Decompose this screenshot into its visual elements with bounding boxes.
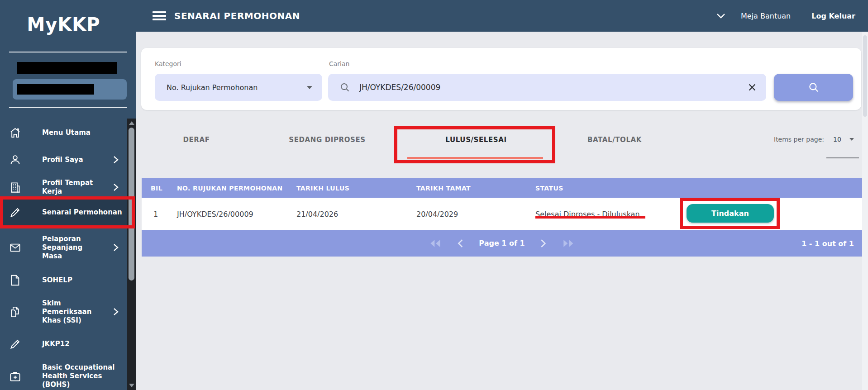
category-label: Kategori	[155, 60, 181, 67]
items-per-page-select[interactable]: Items per page: 10	[774, 136, 854, 143]
caret-down-icon	[307, 86, 312, 89]
sidebar-item-menu-utama[interactable]: Menu Utama	[0, 121, 127, 144]
cell-bil: 1	[153, 210, 158, 219]
home-icon	[9, 127, 21, 139]
chevron-left-icon	[457, 239, 463, 248]
scroll-up-arrow-icon[interactable]	[129, 121, 134, 125]
sidebar-item-jkkp12[interactable]: JKKP12	[0, 332, 127, 356]
chevron-right-icon	[540, 239, 547, 248]
redacted-user-name	[17, 62, 117, 74]
sidebar-item-label: Senarai Permohonan	[42, 208, 122, 217]
column-header-status: STATUS	[535, 185, 563, 192]
next-page-button[interactable]	[540, 239, 547, 248]
chevron-right-icon	[113, 308, 119, 316]
document-icon	[9, 274, 21, 286]
cell-tarikh-tamat: 20/04/2029	[416, 210, 458, 219]
chevron-right-icon	[113, 243, 119, 252]
sidebar-divider	[9, 52, 127, 52]
sidebar-divider	[9, 107, 127, 108]
pagination-bar: Page 1 of 1 1 - 1 out of 1	[142, 230, 862, 257]
tab-sedang-diproses[interactable]: SEDANG DIPROSES	[289, 136, 365, 144]
column-header-no-rujukan: NO. RUJUKAN PERMOHONAN	[177, 185, 283, 192]
app-screen: MyKKP Menu Utama Profil Saya	[0, 0, 868, 390]
search-icon	[808, 81, 820, 93]
sidebar-item-label: Basic Occupational Health Services (BOHS…	[42, 363, 120, 389]
tindakan-button[interactable]: Tindakan	[687, 204, 774, 223]
first-page-icon	[429, 239, 442, 248]
documents-icon	[9, 306, 21, 318]
tab-batal-tolak[interactable]: BATAL/TOLAK	[587, 136, 642, 144]
redacted-user-id	[17, 84, 94, 95]
active-tab-indicator	[407, 157, 543, 159]
scroll-down-arrow-icon[interactable]	[129, 384, 134, 387]
first-page-button[interactable]	[429, 239, 442, 248]
envelope-icon	[9, 242, 21, 254]
sidebar-item-label: Skim Pemeriksaan Khas (SSI)	[42, 299, 95, 325]
search-button[interactable]	[774, 74, 853, 101]
sidebar-item-skim-pemeriksaan-khas[interactable]: Skim Pemeriksaan Khas (SSI)	[0, 293, 127, 330]
cell-tarikh-lulus: 21/04/2026	[296, 210, 338, 219]
table-header: BIL NO. RUJUKAN PERMOHONAN TARIKH LULUS …	[142, 178, 862, 198]
sidebar-item-sohelp[interactable]: SOHELP	[0, 268, 127, 292]
app-logo: MyKKP	[0, 14, 127, 35]
search-label: Carian	[329, 60, 349, 67]
cell-no-rujukan: JH/OYKDES/26/00009	[177, 210, 253, 219]
chevron-right-icon	[113, 156, 119, 164]
hamburger-menu-icon[interactable]	[153, 11, 166, 20]
results-range: 1 - 1 out of 1	[801, 239, 854, 247]
chevron-right-icon	[113, 183, 119, 191]
sidebar-item-senarai-permohonan[interactable]: Senarai Permohonan	[0, 200, 127, 225]
search-box	[328, 74, 766, 101]
items-per-page-underline	[826, 157, 859, 158]
items-per-page-label: Items per page:	[774, 136, 824, 143]
previous-page-button[interactable]	[457, 239, 463, 248]
filter-card: Kategori No. Rujukan Permohonan Carian	[141, 48, 861, 110]
building-icon	[9, 181, 21, 194]
topbar: SENARAI PERMOHONAN Meja Bantuan Log Kelu…	[136, 0, 868, 32]
column-header-tarikh-tamat: TARIKH TAMAT	[416, 185, 471, 192]
sidebar-item-label: SOHELP	[42, 276, 72, 285]
pencil-icon	[9, 206, 21, 219]
user-info-pill	[13, 79, 127, 100]
sidebar-item-label: JKKP12	[42, 340, 70, 348]
last-page-button[interactable]	[562, 239, 575, 248]
person-icon	[9, 154, 21, 166]
medical-bag-icon	[9, 370, 21, 382]
table-row: 1 JH/OYKDES/26/00009 21/04/2026 20/04/20…	[142, 198, 862, 230]
sidebar-scrollbar-thumb[interactable]	[129, 128, 134, 281]
clear-search-icon[interactable]	[747, 82, 757, 92]
sidebar-scrollbar[interactable]	[127, 119, 136, 390]
sidebar-item-profil-tempat-kerja[interactable]: Profil Tempat Kerja	[0, 174, 127, 200]
page-title: SENARAI PERMOHONAN	[174, 10, 300, 21]
help-desk-link[interactable]: Meja Bantuan	[741, 12, 791, 20]
caret-down-icon	[849, 138, 854, 141]
items-per-page-value: 10	[833, 136, 841, 143]
search-input[interactable]	[358, 82, 747, 92]
sidebar-item-label: Profil Tempat Kerja	[42, 179, 110, 196]
category-dropdown-value: No. Rujukan Permohonan	[167, 83, 258, 92]
last-page-icon	[562, 239, 575, 248]
search-icon	[339, 82, 350, 93]
sidebar-item-label: Pelaporan Sepanjang Masa	[42, 235, 95, 261]
sidebar: MyKKP Menu Utama Profil Saya	[0, 0, 136, 390]
page-indicator: Page 1 of 1	[479, 239, 525, 247]
cell-status: Selesai Diproses - Diluluskan	[535, 210, 640, 219]
sidebar-item-label: Profil Saya	[42, 156, 110, 164]
sidebar-item-pelaporan-sepanjang-masa[interactable]: Pelaporan Sepanjang Masa	[0, 228, 127, 266]
category-dropdown[interactable]: No. Rujukan Permohonan	[155, 74, 322, 101]
page-scrollbar[interactable]	[862, 32, 868, 390]
column-header-bil: BIL	[151, 185, 162, 192]
tab-lulus-selesai[interactable]: LULUS/SELESAI	[445, 136, 506, 144]
tab-deraf[interactable]: DERAF	[183, 136, 210, 144]
sidebar-item-profil-saya[interactable]: Profil Saya	[0, 148, 127, 171]
logout-link[interactable]: Log Keluar	[811, 12, 855, 20]
column-header-tarikh-lulus: TARIKH LULUS	[296, 185, 349, 192]
chevron-down-icon[interactable]	[716, 13, 725, 19]
pencil-icon	[9, 338, 21, 350]
page-scrollbar-thumb[interactable]	[863, 35, 867, 117]
sidebar-item-bohs[interactable]: Basic Occupational Health Services (BOHS…	[0, 357, 127, 390]
sidebar-item-label: Menu Utama	[42, 128, 91, 137]
